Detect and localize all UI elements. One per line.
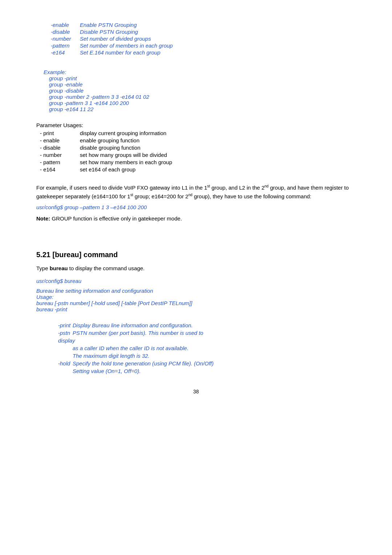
bureau-info-1: Usage: — [36, 294, 356, 300]
param-row-e164: -e164 Set E.164 number for each group — [36, 49, 356, 56]
param-row-pattern: -pattern Set number of members in each g… — [36, 42, 356, 49]
bureau-param-maxdigit-text: The maximum digit length is 32. — [73, 353, 356, 359]
example-cmd-0: group -print — [44, 75, 356, 81]
bureau-param-empty-1 — [36, 345, 73, 351]
bureau-info-2: bureau [-pstn number] [-hold used] [-tab… — [36, 300, 356, 306]
bureau-info-0: Bureau line setting information and conf… — [36, 288, 356, 294]
note-text: Note: GROUP function is effective only i… — [36, 215, 356, 223]
bureau-param-right-print: Display Bureau line information and conf… — [73, 322, 356, 328]
param-left-number: -number — [36, 36, 80, 42]
usage-right-number: set how many groups will be divided — [80, 152, 356, 158]
param-right-number: Set number of divided groups — [80, 36, 151, 42]
usage-right-print: display current grouping information — [80, 130, 356, 136]
bureau-param-callerid-text: as a caller ID when the caller ID is not… — [73, 345, 356, 351]
usage-table: - print display current grouping informa… — [36, 130, 356, 173]
bureau-param-pstn: -pstn PSTN number (per port basis). This… — [36, 330, 356, 336]
usage-left-print: - print — [36, 130, 80, 136]
param-left-enable: -enable — [36, 22, 80, 28]
description-paragraph: For example, if users need to divide VoI… — [36, 183, 356, 200]
bureau-info-block: Bureau line setting information and conf… — [36, 288, 356, 312]
usage-right-e164: set e164 of each group — [80, 166, 356, 173]
usage-row-enable: - enable enable grouping function — [36, 137, 356, 143]
usage-left-e164: - e164 — [36, 166, 80, 173]
param-right-e164: Set E.164 number for each group — [80, 49, 160, 56]
bureau-param-callerid: as a caller ID when the caller ID is not… — [36, 345, 356, 351]
param-right-pattern: Set number of members in each group — [80, 42, 173, 49]
bureau-param-right-pstn: PSTN number (per port basis). This numbe… — [73, 330, 356, 336]
top-param-table: -enable Enable PSTN Grouping -disable Di… — [36, 22, 356, 56]
bureau-param-left-hold: -hold — [36, 360, 73, 366]
bureau-param-display: display — [36, 337, 356, 344]
section-521: 5.21 [bureau] command Type bureau to dis… — [36, 251, 356, 374]
usage-left-enable: - enable — [36, 137, 80, 143]
usage-right-disable: disable grouping function — [80, 145, 356, 151]
bureau-param-print: -print Display Bureau line information a… — [36, 322, 356, 328]
bureau-param-setting: Setting value (On=1, Off=0). — [36, 368, 356, 374]
bureau-param-empty-2 — [36, 353, 73, 359]
example-cmd-2: group -disable — [44, 88, 356, 94]
usage-right-pattern: set how many members in each group — [80, 159, 356, 165]
page-number: 38 — [36, 389, 356, 394]
usage-row-number: - number set how many groups will be div… — [36, 152, 356, 158]
bureau-info-3: bureau -print — [36, 306, 356, 312]
bureau-param-hold: -hold Specify the hold tone generation (… — [36, 360, 356, 366]
param-row-number: -number Set number of divided groups — [36, 36, 356, 42]
usage-row-e164: - e164 set e164 of each group — [36, 166, 356, 173]
example-command-line: usr/config$ group –pattern 1 3 –e164 100… — [36, 204, 356, 210]
usage-row-pattern: - pattern set how many members in each g… — [36, 159, 356, 165]
param-right-enable: Enable PSTN Grouping — [80, 22, 137, 28]
param-left-disable: -disable — [36, 29, 80, 35]
bureau-param-left-pstn: -pstn — [36, 330, 73, 336]
bureau-param-setting-text: Setting value (On=1, Off=0). — [73, 368, 356, 374]
example-cmd-1: group -enable — [44, 81, 356, 88]
bureau-param-table: -print Display Bureau line information a… — [36, 322, 356, 374]
section-521-title: 5.21 [bureau] command — [36, 251, 356, 259]
usage-right-enable: enable grouping function — [80, 137, 356, 143]
bureau-param-maxdigit: The maximum digit length is 32. — [36, 353, 356, 359]
example-cmd-5: group -e164 11 22 — [44, 106, 356, 112]
example-cmd-4: group -pattern 3 1 -e164 100 200 — [44, 100, 356, 106]
bureau-param-right-hold: Specify the hold tone generation (using … — [73, 360, 356, 366]
bureau-param-empty-3 — [36, 368, 73, 374]
parameter-usages-label: Parameter Usages: — [36, 122, 356, 128]
section-521-intro: Type bureau to display the command usage… — [36, 264, 356, 273]
usage-left-number: - number — [36, 152, 80, 158]
param-row-enable: -enable Enable PSTN Grouping — [36, 22, 356, 28]
usage-row-print: - print display current grouping informa… — [36, 130, 356, 136]
example-cmd-3: group -number 2 -pattern 3 3 -e164 01 02 — [44, 94, 356, 100]
parameter-usages-section: Parameter Usages: - print display curren… — [36, 122, 356, 173]
example-block: Example: group -print group -enable grou… — [36, 69, 356, 112]
usage-row-disable: - disable disable grouping function — [36, 145, 356, 151]
bureau-param-left-print: -print — [36, 322, 73, 328]
param-row-disable: -disable Disable PSTN Grouping — [36, 29, 356, 35]
example-label: Example: — [44, 69, 66, 75]
usage-left-pattern: - pattern — [36, 159, 80, 165]
usage-left-disable: - disable — [36, 145, 80, 151]
bureau-param-left-display: display — [36, 337, 75, 344]
param-left-pattern: -pattern — [36, 42, 80, 49]
intro-bold: bureau — [50, 265, 68, 271]
param-left-e164: -e164 — [36, 49, 80, 56]
param-right-disable: Disable PSTN Grouping — [80, 29, 138, 35]
bureau-command-line: usr/config$ bureau — [36, 278, 356, 284]
bureau-param-right-display — [75, 337, 356, 344]
